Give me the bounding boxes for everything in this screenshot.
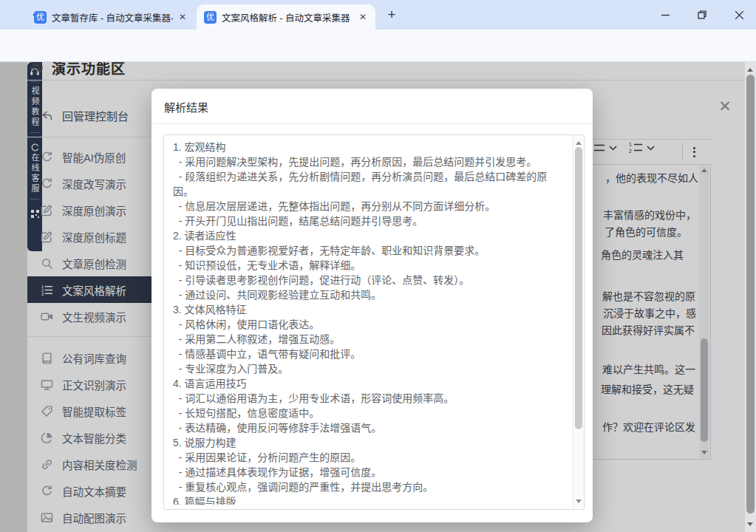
page-viewport: 演示功能区 回管理控制台 智能AI伪原创 深度改写演示 深度原创演示 深度原创标… (0, 62, 745, 532)
window-minimize-button[interactable] (654, 6, 676, 24)
scrollbar-thumb[interactable] (575, 147, 582, 429)
favicon-icon: 优 (34, 11, 47, 24)
result-text-panel[interactable]: 1. 宏观结构 - 采用问题解决型架构，先提出问题，再分析原因，最后总结问题并引… (163, 134, 585, 510)
scroll-up-arrow[interactable] (747, 68, 753, 72)
favicon-icon: 优 (204, 11, 217, 24)
page-scrollbar[interactable] (745, 62, 756, 532)
scroll-down-arrow[interactable] (576, 499, 582, 503)
scroll-down-arrow[interactable] (747, 522, 753, 526)
window-restore-button[interactable] (691, 6, 713, 24)
close-icon[interactable]: ✕ (715, 97, 735, 116)
tab-close-icon[interactable]: ✕ (176, 10, 189, 24)
tab-title: 文章暂存库 - 自动文章采集器-优 (52, 10, 173, 24)
browser-tabstrip: 优 文章暂存库 - 自动文章采集器-优 ✕ 优 文案风格解析 - 自动文章采集器… (0, 0, 756, 30)
scrollbar-thumb[interactable] (746, 75, 755, 514)
browser-toolbar: ucaiyun.com/caiji/test_article_style_par… (0, 30, 756, 62)
tab-title: 文案风格解析 - 自动文章采集器 (222, 10, 353, 24)
dialog-header: 解析结果 ✕ (151, 89, 593, 124)
tab-close-icon[interactable]: ✕ (356, 10, 370, 24)
result-scrollbar[interactable] (573, 135, 584, 509)
new-tab-button[interactable]: + (383, 7, 401, 24)
result-text: 1. 宏观结构 - 采用问题解决型架构，先提出问题，再分析原因，最后总结问题并引… (173, 140, 559, 505)
window-close-button[interactable] (728, 6, 750, 24)
dialog-title: 解析结果 (164, 99, 208, 115)
parse-result-dialog: 解析结果 ✕ 1. 宏观结构 - 采用问题解决型架构，先提出问题，再分析原因，最… (151, 89, 593, 522)
browser-tab-active[interactable]: 优 文案风格解析 - 自动文章采集器 ✕ (197, 4, 375, 30)
scroll-up-arrow[interactable] (576, 141, 582, 145)
browser-tab-inactive[interactable]: 优 文章暂存库 - 自动文章采集器-优 ✕ (27, 4, 195, 30)
